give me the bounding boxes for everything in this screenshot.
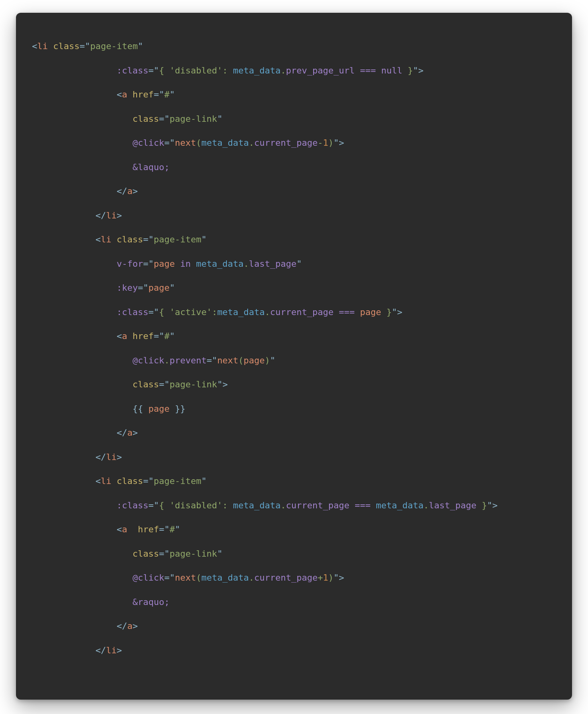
token-tag: li [101, 476, 111, 486]
token-ws [32, 500, 117, 510]
token-pun: > [492, 500, 497, 510]
token-attr: class [53, 41, 79, 51]
token-pun: " [148, 259, 153, 269]
token-pun: = [159, 379, 164, 389]
token-kw: === [360, 65, 376, 75]
token-num: 1 [323, 138, 328, 148]
token-pun: = [143, 234, 148, 244]
token-obj: meta_data [233, 500, 280, 510]
token-pun: " [164, 379, 169, 389]
token-str: { [159, 307, 170, 317]
token-str: . [244, 259, 249, 269]
token-expr: }} [169, 404, 185, 414]
token-str: # [164, 89, 169, 99]
token-pun: " [217, 549, 222, 559]
token-pun: = [148, 307, 153, 317]
token-ws [32, 89, 117, 99]
token-ws [32, 645, 95, 655]
token-pun: = [154, 89, 159, 99]
token-attr: class [133, 549, 159, 559]
token-ws [32, 573, 133, 583]
token-obj: meta_data [196, 259, 244, 269]
token-ws [371, 500, 376, 510]
token-pun: " [392, 307, 397, 317]
token-str: # [164, 331, 169, 341]
token-pun: " [143, 283, 148, 293]
token-dir: @click [133, 138, 164, 148]
token-dir: @click [133, 355, 164, 365]
token-dir: :key [117, 283, 138, 293]
token-ws [355, 307, 360, 317]
token-ws [32, 428, 117, 438]
token-kw: in [180, 259, 191, 269]
token-ws [32, 65, 117, 75]
token-pun: " [159, 331, 164, 341]
token-ws [111, 234, 117, 244]
token-pun: " [154, 65, 159, 75]
token-pun: " [169, 573, 175, 583]
token-pun: > [117, 452, 122, 462]
token-pun: " [154, 307, 159, 317]
token-pun: </ [117, 621, 127, 631]
token-num: 1 [323, 573, 328, 583]
token-ws [32, 452, 95, 462]
token-ent: &laquo; [133, 162, 170, 172]
token-str: 'disabled' [169, 500, 222, 510]
token-ws [376, 65, 381, 75]
token-var: page [360, 307, 381, 317]
token-pun: " [159, 89, 164, 99]
token-str: ) [328, 573, 334, 583]
token-prop: prev_page_url [286, 65, 355, 75]
token-str: . [249, 138, 254, 148]
token-pun: > [117, 210, 122, 220]
token-pun: " [217, 379, 222, 389]
token-fn: next [217, 355, 238, 365]
token-dir: :class [117, 307, 148, 317]
token-pun: " [169, 331, 175, 341]
token-pun: > [133, 186, 138, 196]
token-ws [32, 283, 117, 293]
code-block[interactable]: <li class="page-item" :class="{ 'disable… [32, 34, 556, 662]
token-str: page-item [154, 476, 201, 486]
token-tag: a [122, 89, 127, 99]
token-ws [32, 307, 117, 317]
token-pun: " [487, 500, 492, 510]
token-pun: = [148, 500, 153, 510]
token-str: page-item [154, 234, 201, 244]
token-str: } [477, 500, 487, 510]
token-attr: class [117, 476, 143, 486]
token-str: . [281, 500, 286, 510]
token-pun: " [138, 41, 143, 51]
token-ws [32, 379, 133, 389]
token-pun: > [133, 621, 138, 631]
token-kw: null [381, 65, 402, 75]
token-pun: " [169, 89, 175, 99]
token-prop: last_page [249, 259, 296, 269]
token-str: page-link [169, 549, 217, 559]
token-ws [32, 138, 133, 148]
token-tag: a [127, 428, 132, 438]
token-fn: next [175, 138, 196, 148]
token-pun: > [222, 379, 228, 389]
token-obj: meta_data [201, 573, 249, 583]
token-str: . [249, 573, 254, 583]
token-obj: meta_data [217, 307, 265, 317]
token-ws [127, 524, 138, 534]
token-pun: > [339, 138, 344, 148]
token-ws [32, 331, 117, 341]
token-pun: = [138, 283, 143, 293]
token-ws [32, 597, 133, 607]
token-pun: " [217, 114, 222, 124]
token-ws [350, 500, 355, 510]
token-ws [32, 404, 133, 414]
token-pun: = [143, 259, 148, 269]
token-var: page [148, 404, 169, 414]
token-dir: v-for [117, 259, 143, 269]
token-kw: === [339, 307, 355, 317]
token-pun: > [117, 645, 122, 655]
token-pun: < [117, 524, 122, 534]
token-pun: " [296, 259, 302, 269]
token-pun: " [154, 500, 159, 510]
token-pun: " [413, 65, 418, 75]
token-obj: meta_data [201, 138, 249, 148]
